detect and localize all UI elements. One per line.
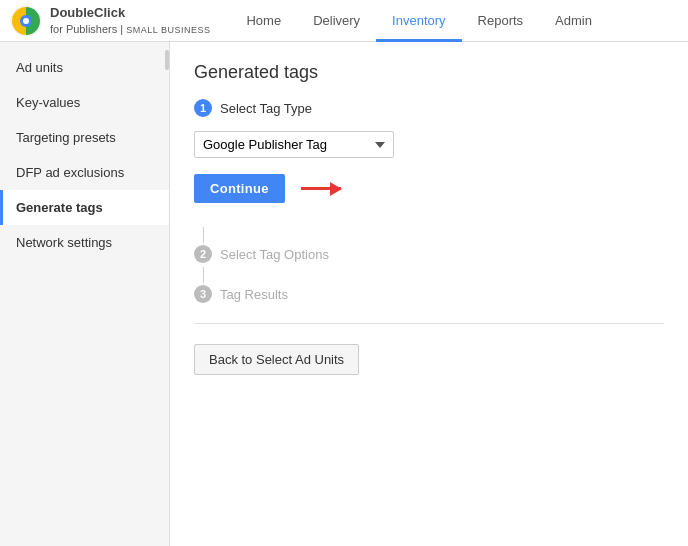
step-1-label: Select Tag Type [220,101,312,116]
logo-text: DoubleClick for Publishers | SMALL BUSIN… [50,5,210,37]
page-title: Generated tags [194,62,664,83]
tag-type-select[interactable]: Google Publisher TagStandardMobile [194,131,394,158]
continue-row: Continue [194,174,664,203]
arrow-line [301,187,341,190]
back-button[interactable]: Back to Select Ad Units [194,344,359,375]
top-navigation: DoubleClick for Publishers | SMALL BUSIN… [0,0,688,42]
continue-button[interactable]: Continue [194,174,285,203]
sidebar: Ad units Key-values Targeting presets DF… [0,42,170,546]
step-2-number: 2 [194,245,212,263]
nav-item-home[interactable]: Home [230,0,297,42]
nav-item-delivery[interactable]: Delivery [297,0,376,42]
step-3-number: 3 [194,285,212,303]
logo: DoubleClick for Publishers | SMALL BUSIN… [10,5,210,37]
sidebar-item-network-settings[interactable]: Network settings [0,225,169,260]
sidebar-item-key-values[interactable]: Key-values [0,85,169,120]
nav-item-admin[interactable]: Admin [539,0,608,42]
step-1: 1 Select Tag Type [194,99,664,117]
nav-item-inventory[interactable]: Inventory [376,0,461,42]
section-divider [194,323,664,324]
sidebar-item-targeting-presets[interactable]: Targeting presets [0,120,169,155]
step-3-label: Tag Results [220,287,288,302]
sidebar-resize-handle [165,50,169,70]
nav-item-reports[interactable]: Reports [462,0,540,42]
step-connector-1-2 [203,227,204,243]
logo-subtitle: for Publishers | SMALL BUSINESS [50,22,210,37]
logo-icon [10,5,42,37]
step-1-number: 1 [194,99,212,117]
sidebar-item-ad-units[interactable]: Ad units [0,50,169,85]
main-content: Generated tags 1 Select Tag Type Google … [170,42,688,546]
step-connector-2-3 [203,267,204,283]
arrow-indicator [301,187,341,190]
logo-name: DoubleClick [50,5,210,22]
sidebar-item-generate-tags[interactable]: Generate tags [0,190,169,225]
sidebar-item-dfp-ad-exclusions[interactable]: DFP ad exclusions [0,155,169,190]
page-layout: Ad units Key-values Targeting presets DF… [0,42,688,546]
step-3: 3 Tag Results [194,285,664,303]
step-2-label: Select Tag Options [220,247,329,262]
step-2: 2 Select Tag Options [194,245,664,263]
nav-items: Home Delivery Inventory Reports Admin [230,0,608,41]
svg-point-2 [23,18,29,24]
